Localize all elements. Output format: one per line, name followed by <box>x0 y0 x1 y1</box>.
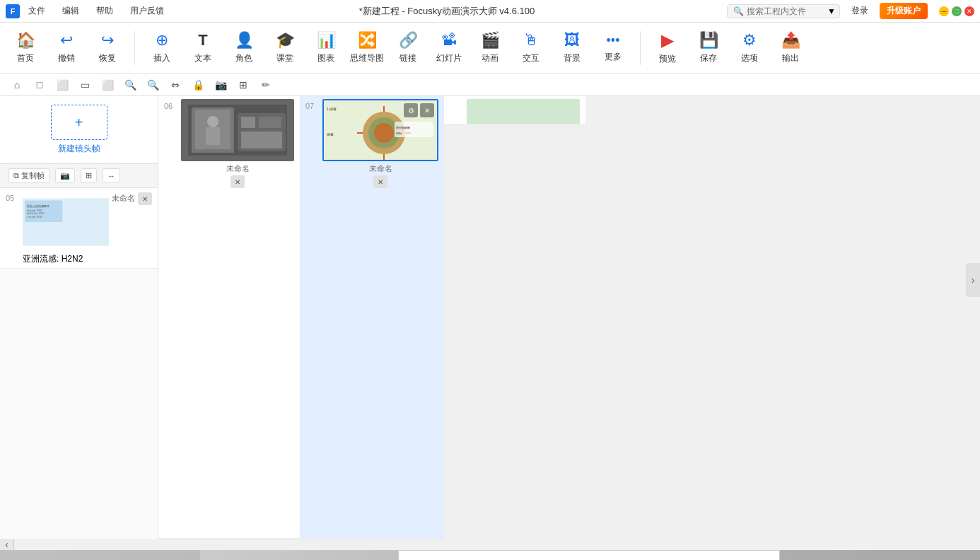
toolbar-preview[interactable]: ▶ 预览 <box>648 25 687 71</box>
mindmap-icon: 🔀 <box>358 31 377 49</box>
redo-icon: ↪ <box>101 31 114 49</box>
search-box[interactable]: 🔍 ▼ <box>727 4 840 18</box>
sec-zoomin-btn[interactable]: 🔍 <box>122 76 139 93</box>
interact-icon: 🖱 <box>523 31 539 49</box>
minimize-button[interactable]: ─ <box>939 6 949 16</box>
menu-bar: 文件 编辑 帮助 用户反馈 <box>25 4 167 18</box>
toolbar-more-label: 更多 <box>605 51 622 63</box>
svg-text:香港流感: H3N2: 香港流感: H3N2 <box>27 209 42 212</box>
toolbar-redo-label: 恢复 <box>99 52 116 64</box>
toolbar-slideshow-label: 幻灯片 <box>436 52 462 64</box>
toolbar-undo[interactable]: ↩ 撤销 <box>47 25 86 71</box>
toolbar-mindmap[interactable]: 🔀 思维导图 <box>347 25 387 71</box>
text-icon: T <box>198 31 207 49</box>
insert-icon: ⊕ <box>156 31 168 49</box>
slide-thumb-06[interactable] <box>181 99 294 161</box>
slide-content[interactable]: 1.病毒 病毒 脂包膜 衣壳 <box>200 550 780 560</box>
slide-num-08 <box>450 99 464 102</box>
slide-settings-btn[interactable]: ⚙ <box>404 103 418 117</box>
copy-frame-btn[interactable]: ⧉ 复制帧 <box>8 168 49 183</box>
menu-file[interactable]: 文件 <box>25 4 48 18</box>
toolbar-home[interactable]: 🏠 首页 <box>6 25 45 71</box>
slide-thumb-05[interactable]: 历史上的流感事件 香港流感: H3N2 西班牙流感: H1N1 中国大陆: H7… <box>23 191 109 253</box>
slide-label-05: 未命名 <box>112 193 135 204</box>
toolbar-interact[interactable]: 🖱 交互 <box>511 25 551 71</box>
close-button[interactable]: ✕ <box>964 6 974 16</box>
toolbar-link[interactable]: 🔗 链接 <box>388 25 428 71</box>
toolbar-text[interactable]: T 文本 <box>183 25 223 71</box>
window-controls: ─ □ ✕ <box>939 6 974 16</box>
slide-x-btn-05[interactable]: ✕ <box>138 192 152 205</box>
grid-frame-btn[interactable]: ⊞ <box>81 168 97 183</box>
slide-item-06[interactable]: 06 <box>158 96 300 539</box>
sec-copy-btn[interactable]: □ <box>31 76 48 93</box>
toolbar-classroom[interactable]: 🎓 课堂 <box>265 25 305 71</box>
slide-item-05[interactable]: 05 历史上的流感事件 香港流感: H3N2 西班牙流感: H1N1 中国大陆:… <box>0 188 158 269</box>
toolbar-background[interactable]: 🖼 背景 <box>552 25 592 71</box>
search-dropdown-icon[interactable]: ▼ <box>827 6 836 16</box>
toolbar-role[interactable]: 👤 角色 <box>224 25 264 71</box>
toolbar-export-label: 输出 <box>782 52 799 64</box>
toolbar-export[interactable]: 📤 输出 <box>771 25 810 71</box>
sec-fit-btn[interactable]: ⇔ <box>167 76 184 93</box>
sec-home-btn[interactable]: ⌂ <box>8 76 25 93</box>
slide-thumb-07[interactable]: 1.病毒 病毒 神经氨酸酶 (NA) ⚙ ✕ <box>322 99 438 161</box>
search-input[interactable] <box>747 6 824 16</box>
camera-icon: 📷 <box>60 171 70 180</box>
role-icon: 👤 <box>235 31 254 49</box>
toolbar-insert[interactable]: ⊕ 插入 <box>142 25 182 71</box>
slide-x-btn-07[interactable]: ✕ <box>373 175 387 188</box>
slide-thumb-08[interactable] <box>467 99 580 124</box>
sec-edit-btn[interactable]: ✏ <box>257 76 274 93</box>
menu-edit[interactable]: 编辑 <box>59 4 82 18</box>
svg-rect-32 <box>399 551 779 560</box>
slide-06-svg <box>181 99 294 161</box>
slide-item-07[interactable]: 07 <box>300 96 444 539</box>
toolbar-more[interactable]: ••• 更多 <box>593 25 633 71</box>
swap-frame-btn[interactable]: ↔ <box>103 168 120 183</box>
toolbar-chart[interactable]: 📊 图表 <box>306 25 346 71</box>
screenshot-frame-btn[interactable]: 📷 <box>55 168 75 183</box>
undo-icon: ↩ <box>60 31 73 49</box>
maximize-button[interactable]: □ <box>952 6 962 16</box>
sec-crop-btn[interactable]: ▭ <box>76 76 93 93</box>
sec-lock-btn[interactable]: 🔒 <box>189 76 206 93</box>
toolbar-save[interactable]: 💾 保存 <box>689 25 728 71</box>
toolbar-options[interactable]: ⚙ 选项 <box>730 25 769 71</box>
toolbar-slideshow[interactable]: 📽 幻灯片 <box>429 25 469 71</box>
slideshow-icon: 📽 <box>441 31 457 49</box>
background-icon: 🖼 <box>564 31 580 49</box>
sidebar-collapse-btn[interactable]: ‹ <box>0 539 14 550</box>
login-button[interactable]: 登录 <box>846 4 874 18</box>
titlebar: F 文件 编辑 帮助 用户反馈 *新建工程 - Focusky动画演示大师 v4… <box>0 0 980 23</box>
toolbar-animation[interactable]: 🎬 动画 <box>470 25 510 71</box>
toolbar-text-label: 文本 <box>194 52 211 64</box>
right-panel-toggle[interactable]: › <box>966 263 980 297</box>
new-frame-button[interactable]: + 新建镜头帧 <box>0 96 158 164</box>
more-icon: ••• <box>607 33 620 48</box>
window-title: *新建工程 - Focusky动画演示大师 v4.6.100 <box>359 5 535 18</box>
slide-canvas[interactable]: 7 1.病毒 病毒 脂包膜 衣壳 <box>0 550 980 560</box>
slide-item-08[interactable] <box>444 96 585 124</box>
copy-icon: ⧉ <box>13 171 19 180</box>
slide-delete-btn[interactable]: ✕ <box>420 103 434 117</box>
sec-frame-btn[interactable]: ⬜ <box>99 76 116 93</box>
sec-screenshot-btn[interactable]: 📷 <box>212 76 229 93</box>
svg-text:病毒: 病毒 <box>327 132 334 136</box>
sec-zoomout-btn[interactable]: 🔍 <box>144 76 161 93</box>
toolbar-role-label: 角色 <box>235 52 252 64</box>
slide-x-btn-06[interactable]: ✕ <box>231 175 245 188</box>
sec-paste-btn[interactable]: ⬜ <box>54 76 71 93</box>
svg-text:历史上的流感事件: 历史上的流感事件 <box>27 204 49 208</box>
title-right: 🔍 ▼ 登录 升级账户 ─ □ ✕ <box>727 3 974 19</box>
svg-text:中国大陆: H7N3: 中国大陆: H7N3 <box>27 216 42 218</box>
toolbar-group-insert: ⊕ 插入 T 文本 👤 角色 🎓 课堂 📊 图表 🔀 思维导图 🔗 链接 📽 <box>142 25 633 71</box>
slide-label-07: 未命名 <box>322 163 438 174</box>
upgrade-button[interactable]: 升级账户 <box>880 3 928 19</box>
options-icon: ⚙ <box>742 31 757 49</box>
sec-grid-btn[interactable]: ⊞ <box>235 76 252 93</box>
toolbar-redo[interactable]: ↪ 恢复 <box>88 25 127 71</box>
menu-help[interactable]: 帮助 <box>93 4 116 18</box>
menu-feedback[interactable]: 用户反馈 <box>127 4 167 18</box>
slide-05-svg: 历史上的流感事件 香港流感: H3N2 西班牙流感: H1N1 中国大陆: H7… <box>23 191 109 253</box>
